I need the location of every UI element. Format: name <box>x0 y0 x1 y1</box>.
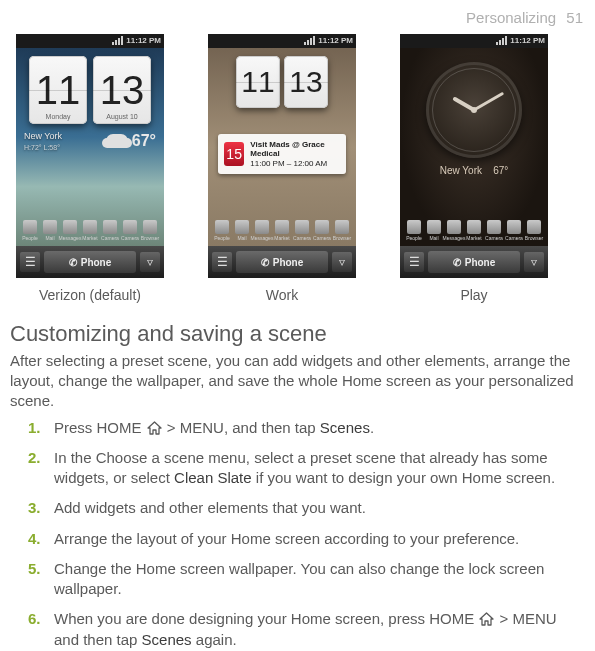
dock-phone-button: ✆ Phone <box>428 251 520 273</box>
dock-right-icon: ▿ <box>524 252 544 272</box>
page-number: 51 <box>566 9 583 26</box>
calendar-icon: 15 <box>224 142 244 166</box>
dock: ☰ ✆ Phone ▿ <box>208 246 356 278</box>
status-time: 11:12 PM <box>318 36 353 47</box>
shortcut-row: People Mail Messages Market Camera Camer… <box>16 216 164 246</box>
step-item: Press HOME > MENU, and then tap Scenes. <box>50 418 583 438</box>
dock-left-icon: ☰ <box>212 252 232 272</box>
shortcut-row: People Mail Messages Market Camera Camer… <box>400 216 548 246</box>
dock-left-icon: ☰ <box>20 252 40 272</box>
status-bar: 11:12 PM <box>16 34 164 48</box>
phone-mockup: 11:12 PM 11 Monday 13 August 10 New York <box>16 34 164 278</box>
chapter-title: Personalizing <box>466 9 556 26</box>
phone-mockup: 11:12 PM New York 67° People Mail Messag… <box>400 34 548 278</box>
screenshot-play: 11:12 PM New York 67° People Mail Messag… <box>394 34 554 305</box>
dock-right-icon: ▿ <box>140 252 160 272</box>
flip-clock-widget: 11 13 <box>234 56 330 116</box>
phone-mockup: 11:12 PM 11 13 15 Visit Mads @ Grace Med… <box>208 34 356 278</box>
section-heading: Customizing and saving a scene <box>10 319 583 349</box>
weather-line: New York 67° <box>400 164 548 178</box>
minute-hand <box>473 92 504 112</box>
caption-play: Play <box>460 286 487 305</box>
steps-list: Press HOME > MENU, and then tap Scenes.I… <box>10 418 583 650</box>
screenshot-work: 11:12 PM 11 13 15 Visit Mads @ Grace Med… <box>202 34 362 305</box>
step-item: Change the Home screen wallpaper. You ca… <box>50 559 583 600</box>
step-item: When you are done designing your Home sc… <box>50 609 583 650</box>
status-time: 11:12 PM <box>126 36 161 47</box>
clock-pin <box>471 107 477 113</box>
calendar-text: Visit Mads @ Grace Medical 11:00 PM – 12… <box>250 140 340 169</box>
screenshot-verizon: 11:12 PM 11 Monday 13 August 10 New York <box>10 34 170 305</box>
step-item: Add widgets and other elements that you … <box>50 498 583 518</box>
phone-icon: ✆ <box>261 256 269 270</box>
emphasis: Clean Slate <box>174 469 252 486</box>
signal-icon <box>304 37 315 45</box>
analog-clock-widget <box>426 62 522 158</box>
dock: ☰ ✆ Phone ▿ <box>16 246 164 278</box>
calendar-widget: 15 Visit Mads @ Grace Medical 11:00 PM –… <box>218 134 346 174</box>
page: Personalizing 51 11:12 PM 11 Monday 13 <box>0 0 595 651</box>
status-bar: 11:12 PM <box>400 34 548 48</box>
running-header: Personalizing 51 <box>10 8 583 28</box>
dock-right-icon: ▿ <box>332 252 352 272</box>
caption-work: Work <box>266 286 298 305</box>
clock-minutes: 13 <box>284 56 328 108</box>
home-icon <box>479 612 494 626</box>
dock: ☰ ✆ Phone ▿ <box>400 246 548 278</box>
step-item: In the Choose a scene menu, select a pre… <box>50 448 583 489</box>
status-time: 11:12 PM <box>510 36 545 47</box>
clock-minutes: 13 August 10 <box>93 56 151 124</box>
emphasis: Scenes <box>320 419 370 436</box>
signal-icon <box>112 37 123 45</box>
signal-icon <box>496 37 507 45</box>
step-item: Arrange the layout of your Home screen a… <box>50 529 583 549</box>
phone-icon: ✆ <box>453 256 461 270</box>
dock-phone-button: ✆ Phone <box>44 251 136 273</box>
section-intro: After selecting a preset scene, you can … <box>10 351 583 412</box>
weather-temp: 67° <box>106 130 156 152</box>
shortcut-row: People Mail Messages Market Camera Camer… <box>208 216 356 246</box>
screenshot-row: 11:12 PM 11 Monday 13 August 10 New York <box>10 34 583 305</box>
dock-left-icon: ☰ <box>404 252 424 272</box>
phone-icon: ✆ <box>69 256 77 270</box>
status-bar: 11:12 PM <box>208 34 356 48</box>
flip-clock-widget: 11 Monday 13 August 10 <box>24 56 156 124</box>
clock-hours: 11 Monday <box>29 56 87 124</box>
caption-verizon: Verizon (default) <box>39 286 141 305</box>
dock-phone-button: ✆ Phone <box>236 251 328 273</box>
home-icon <box>147 421 162 435</box>
clock-hours: 11 <box>236 56 280 108</box>
weather-widget: New York H:72° L:58° 67° <box>24 128 156 154</box>
emphasis: Scenes <box>142 631 192 648</box>
cloud-icon <box>106 134 128 148</box>
weather-city: New York H:72° L:58° <box>24 130 62 152</box>
